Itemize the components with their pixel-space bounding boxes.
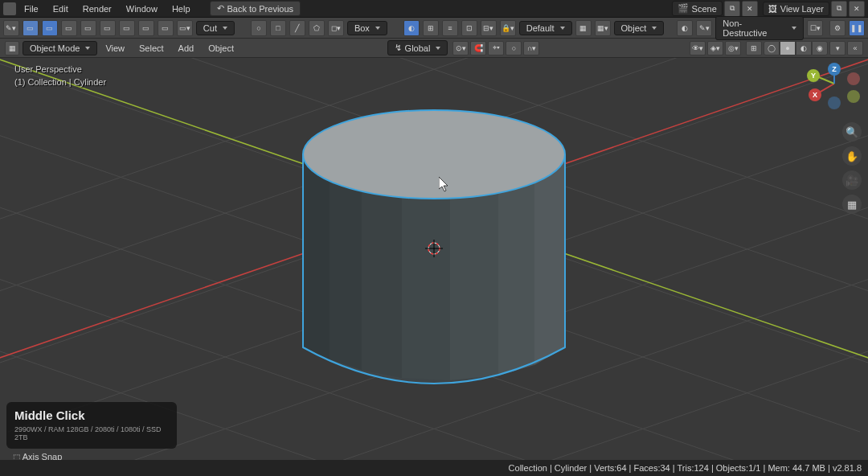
bool-e-icon[interactable]: ⊟▾ <box>481 20 497 36</box>
tool-box-select[interactable]: Box <box>347 21 387 35</box>
viewlayer-label: View Layer <box>780 4 824 14</box>
gizmo-neg-y[interactable] <box>847 90 860 103</box>
menu-select[interactable]: Select <box>133 41 170 55</box>
sel-mode-4-icon[interactable]: ▭ <box>100 20 116 36</box>
overlay-toggle-icon[interactable]: ◎▾ <box>725 41 741 55</box>
xray-icon[interactable]: ⊞ <box>746 41 762 55</box>
status-bar: Collection | Cylinder | Verts:64 | Faces… <box>0 460 868 476</box>
gizmo-y[interactable]: Y <box>807 69 820 82</box>
chevron-down-icon <box>792 27 796 30</box>
viewlayer-selector[interactable]: 🖼 View Layer <box>763 2 829 16</box>
back-label: Back to Previous <box>227 4 294 14</box>
collection-label: (1) Collection | Cylinder <box>14 76 106 88</box>
draw-line-icon[interactable]: ╱ <box>289 20 305 36</box>
proportional-icon[interactable]: ○ <box>506 41 522 55</box>
tooltip: Middle Click 2990WX / RAM 128GB / 2080ti… <box>6 402 177 449</box>
grid-a-icon[interactable]: ▦ <box>575 20 592 36</box>
edittype-icon[interactable]: ✎▾ <box>3 20 19 36</box>
wireframe-shading-icon[interactable]: ◯ <box>764 41 780 55</box>
gizmo-toggle-icon[interactable]: ◈▾ <box>707 41 723 55</box>
shading-options-icon[interactable]: ▾ <box>829 41 845 55</box>
sel-mode-8-icon[interactable]: ▭▾ <box>177 20 193 36</box>
tool-default-select[interactable]: Default <box>519 21 572 35</box>
toggle-a-icon[interactable]: ☐▾ <box>807 20 823 36</box>
grid-b-icon[interactable]: ▦▾ <box>595 20 611 36</box>
menu-add[interactable]: Add <box>172 41 201 55</box>
gear-icon[interactable]: ⚙ <box>829 20 845 36</box>
menu-object[interactable]: Object <box>202 41 240 55</box>
mod-b-icon[interactable]: ✎▾ <box>696 20 712 36</box>
grid-persp-icon[interactable]: ▦ <box>842 195 862 214</box>
draw-cube-icon[interactable]: ◻▾ <box>328 20 344 36</box>
snap-icon[interactable]: 🧲 <box>470 41 486 55</box>
delete-viewlayer-button[interactable]: ✕ <box>849 1 865 17</box>
cursor-tool-icon[interactable]: ▭ <box>23 20 39 36</box>
snap-target-icon[interactable]: ⌖▾ <box>488 41 504 55</box>
tool-object-select[interactable]: Object <box>614 21 665 35</box>
scene-label: Scene <box>692 4 717 14</box>
viewport[interactable]: User Perspective (1) Collection | Cylind… <box>0 58 868 460</box>
orientation-select[interactable]: ↯Global <box>387 40 448 55</box>
gizmo-neg-x[interactable] <box>847 72 860 85</box>
nav-gizmo[interactable]: X Y Z <box>802 66 858 109</box>
undo-icon: ↶ <box>217 3 224 14</box>
chevron-down-icon <box>223 27 227 30</box>
chevron-down-icon <box>375 27 380 30</box>
pivot-icon[interactable]: ⊙▾ <box>452 41 469 55</box>
lock-icon[interactable]: 🔒▾ <box>500 20 516 36</box>
menu-file[interactable]: File <box>18 2 45 16</box>
tooltip-title: Middle Click <box>14 408 169 422</box>
tool-cut-select[interactable]: Cut <box>196 21 235 35</box>
bool-d-icon[interactable]: ⊡ <box>461 20 477 36</box>
gizmo-neg-z[interactable] <box>828 96 841 109</box>
back-to-previous-button[interactable]: ↶ Back to Previous <box>210 1 301 16</box>
sel-mode-3-icon[interactable]: ▭ <box>80 20 96 36</box>
pause-icon[interactable]: ❚❚ <box>849 20 865 36</box>
gizmo-x[interactable]: X <box>809 88 821 101</box>
browse-viewlayer-button[interactable]: ⧉ <box>831 1 847 17</box>
orientation-icon: ↯ <box>395 43 402 53</box>
mod-a-icon[interactable]: ◐ <box>677 20 693 36</box>
tool-object-label: Object <box>621 23 647 33</box>
material-shading-icon[interactable]: ◐ <box>796 41 812 55</box>
delete-scene-button[interactable]: ✕ <box>742 1 758 17</box>
draw-square-icon[interactable]: □ <box>270 20 286 36</box>
non-destructive-label: Non-Destructive <box>723 18 786 38</box>
blender-logo <box>3 2 16 15</box>
chevron-down-icon <box>85 47 90 50</box>
editor-type-icon[interactable]: ▦ <box>5 41 19 55</box>
draw-circle-icon[interactable]: ○ <box>251 20 267 36</box>
sel-mode-2-icon[interactable]: ▭ <box>61 20 77 36</box>
camera-icon[interactable]: 🎥 <box>842 170 862 190</box>
pan-icon[interactable]: ✋ <box>842 146 862 166</box>
solid-shading-icon[interactable]: ● <box>780 41 796 55</box>
proportional-mode-icon[interactable]: ∩▾ <box>523 41 539 55</box>
sel-mode-5-icon[interactable]: ▭ <box>119 20 135 36</box>
menu-edit[interactable]: Edit <box>47 2 75 16</box>
collapse-icon[interactable]: « <box>847 41 863 55</box>
menu-render[interactable]: Render <box>76 2 118 16</box>
viewport-scene <box>0 58 868 460</box>
sel-mode-1-icon[interactable]: ▭ <box>42 20 58 36</box>
zoom-icon[interactable]: 🔍 <box>842 122 862 142</box>
browse-scene-button[interactable]: ⧉ <box>724 1 740 17</box>
rendered-shading-icon[interactable]: ◉ <box>812 41 828 55</box>
tool-box-label: Box <box>354 23 370 33</box>
bool-b-icon[interactable]: ⊞ <box>423 20 439 36</box>
bool-a-icon[interactable]: ◐ <box>403 20 420 36</box>
non-destructive-select[interactable]: Non-Destructive <box>715 16 804 40</box>
menu-window[interactable]: Window <box>120 2 164 16</box>
bool-c-icon[interactable]: ≡ <box>442 20 458 36</box>
layer-icon: 🖼 <box>768 4 777 14</box>
sel-mode-6-icon[interactable]: ▭ <box>138 20 154 36</box>
view-visibility-icon[interactable]: 👁▾ <box>690 41 706 55</box>
sel-mode-7-icon[interactable]: ▭ <box>158 20 174 36</box>
scene-selector[interactable]: 🎬 Scene <box>672 1 723 16</box>
menu-view[interactable]: View <box>99 41 131 55</box>
menu-help[interactable]: Help <box>166 2 197 16</box>
mode-label: Object Mode <box>30 43 80 53</box>
mode-select[interactable]: Object Mode <box>23 41 97 55</box>
draw-ngon-icon[interactable]: ⬠ <box>309 20 325 36</box>
status-text: Collection | Cylinder | Verts:64 | Faces… <box>509 463 862 473</box>
gizmo-z[interactable]: Z <box>828 63 841 76</box>
